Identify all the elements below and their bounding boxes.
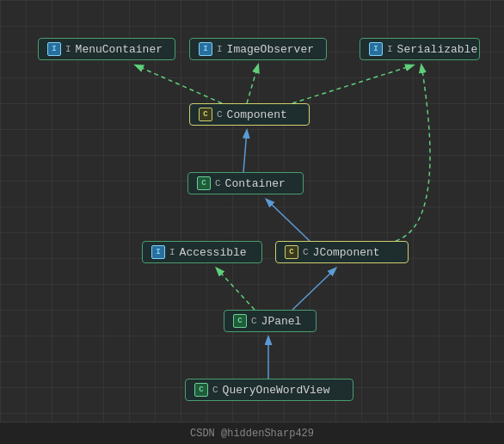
icon-abstract-jcomponent: C (285, 245, 298, 259)
footer-text: CSDN @hiddenSharp429 (190, 428, 314, 440)
node-prefix-jcomponent: C (303, 247, 309, 257)
node-container: C C Container (187, 172, 304, 194)
node-imageobserver: I I ImageObserver (189, 38, 327, 60)
node-prefix-imageobserver: I (217, 44, 223, 54)
node-label-accessible: Accessible (180, 246, 247, 259)
node-label-component: Component (227, 108, 287, 121)
node-jpanel: C C JPanel (224, 310, 317, 332)
node-prefix-queryonewordview: C (212, 385, 218, 395)
icon-interface-serializable: I (369, 42, 383, 56)
icon-interface-menucontainer: I (47, 42, 61, 56)
node-jcomponent: C C JComponent (275, 241, 409, 263)
icon-interface-accessible: I (151, 245, 165, 259)
node-prefix-container: C (215, 178, 221, 188)
icon-interface-imageobserver: I (199, 42, 212, 56)
node-prefix-component: C (217, 109, 223, 120)
node-prefix-jpanel: C (251, 316, 257, 326)
node-label-jcomponent: JComponent (313, 246, 380, 259)
node-label-serializable: Serializable (397, 43, 478, 56)
node-component: C C Component (189, 103, 310, 126)
node-prefix-serializable: I (387, 44, 393, 54)
node-label-imageobserver: ImageObserver (227, 43, 314, 56)
node-label-menucontainer: MenuContainer (76, 43, 163, 56)
node-menucontainer: I I MenuContainer (38, 38, 175, 60)
node-accessible: I I Accessible (142, 241, 262, 263)
icon-class-container: C (197, 176, 211, 190)
icon-class-queryonewordview: C (194, 383, 208, 397)
icon-abstract-component: C (199, 108, 212, 121)
node-prefix-accessible: I (169, 247, 175, 257)
node-label-container: Container (225, 177, 286, 190)
node-label-jpanel: JPanel (261, 315, 302, 328)
node-label-queryonewordview: QueryOneWordView (223, 384, 330, 397)
icon-class-jpanel: C (233, 314, 247, 328)
footer: CSDN @hiddenSharp429 (0, 422, 504, 444)
grid-background (0, 0, 504, 444)
node-queryonewordview: C C QueryOneWordView (185, 379, 353, 401)
node-serializable: I I Serializable (360, 38, 480, 60)
node-prefix-menucontainer: I (65, 44, 71, 54)
